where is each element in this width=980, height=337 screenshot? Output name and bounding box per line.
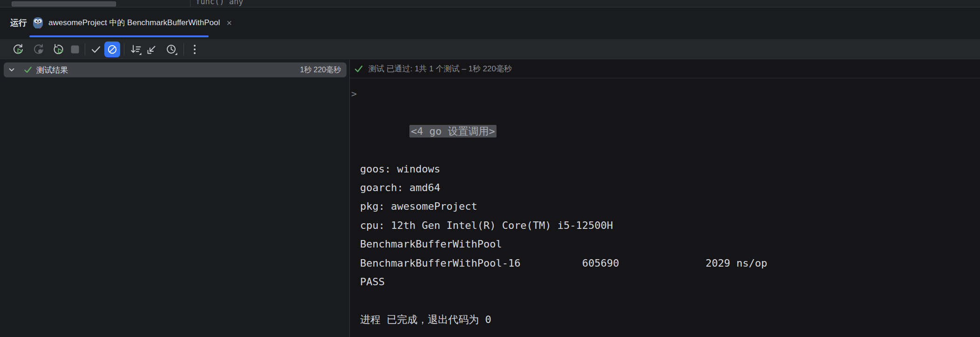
console-line: PASS [350, 273, 980, 291]
status-text: 测试 已通过: 1共 1 个测试 – 1秒 220毫秒 [368, 63, 512, 74]
stop-icon [68, 43, 82, 56]
more-options-button[interactable] [187, 41, 203, 57]
run-tab-bar: 运行 awesomeProject 中的 BenchmarkBufferWith… [0, 8, 980, 39]
console-line: 进程 已完成，退出代码为 0 [350, 310, 980, 329]
console-line: BenchmarkBufferWithPool-16 605690 2029 n… [350, 254, 980, 273]
test-history-button[interactable] [163, 41, 179, 57]
go-gopher-icon [32, 16, 44, 29]
show-ignored-button[interactable] [104, 41, 120, 57]
tab-close-icon[interactable]: × [226, 18, 232, 28]
console-panel: 测试 已通过: 1共 1 个测试 – 1秒 220毫秒 > <4 go 设置调用… [350, 60, 980, 337]
test-passed-icon [23, 65, 33, 75]
toolbar-separator [184, 43, 184, 55]
run-configuration-tab[interactable]: awesomeProject 中的 BenchmarkBufferWithPoo… [29, 8, 209, 37]
toolwindow-title: 运行 [10, 8, 27, 37]
folded-command-chip[interactable]: <4 go 设置调用> [409, 125, 497, 138]
console-folded-command-line: > <4 go 设置调用> [350, 84, 980, 160]
rerun-icon [12, 43, 25, 56]
toolbar-separator [85, 43, 85, 55]
sort-options-button[interactable] [128, 41, 143, 57]
console-line [350, 291, 980, 310]
kebab-icon [194, 45, 196, 54]
run-tool-window: func() any 运行 awesomeProject 中的 Benchmar… [0, 0, 980, 337]
status-passed-icon [354, 64, 364, 74]
stop-button [67, 41, 83, 57]
active-tab-underline [29, 35, 209, 37]
arrow-into-corner-icon [145, 43, 158, 56]
console-line: cpu: 12th Gen Intel(R) Core(TM) i5-12500… [350, 216, 980, 235]
console-line: pkg: awesomeProject [350, 197, 980, 216]
editor-split-divider [190, 0, 191, 7]
test-duration: 1秒 220毫秒 [300, 65, 341, 75]
rerun-button[interactable] [10, 41, 26, 57]
console-status-bar: 测试 已通过: 1共 1 个测试 – 1秒 220毫秒 [350, 60, 980, 78]
chevron-down-icon[interactable] [7, 66, 16, 74]
show-passed-button[interactable] [88, 41, 104, 57]
clock-icon [165, 43, 178, 56]
console-line: goarch: amd64 [350, 179, 980, 197]
test-results-root-row[interactable]: 测试结果 1秒 220毫秒 [4, 62, 347, 77]
editor-strip: func() any [0, 0, 980, 7]
console-line: goos: windows [350, 160, 980, 179]
console-line: BenchmarkBufferWithPool [350, 235, 980, 254]
rerun-failed-tests-button [31, 41, 47, 57]
toolbar-separator [124, 43, 124, 55]
no-sign-icon [106, 43, 119, 56]
sort-icon [129, 43, 142, 56]
auto-rerun-icon [52, 43, 65, 56]
console-prompt: > [351, 84, 357, 103]
rerun-failed-icon [32, 43, 45, 56]
console-output: > <4 go 设置调用> goos: windows goarch: amd6… [350, 79, 980, 337]
editor-scrollbar-thumb[interactable] [12, 1, 116, 7]
toggle-auto-rerun-button[interactable] [51, 41, 67, 57]
editor-code-fragment: func() any [196, 0, 243, 6]
run-toolbar [0, 39, 980, 59]
navigate-with-arrow-button[interactable] [144, 41, 160, 57]
test-tree-panel: 测试结果 1秒 220毫秒 [0, 60, 349, 337]
tab-label: awesomeProject 中的 BenchmarkBufferWithPoo… [48, 17, 220, 28]
check-icon [89, 43, 102, 56]
test-results-label: 测试结果 [36, 65, 68, 76]
